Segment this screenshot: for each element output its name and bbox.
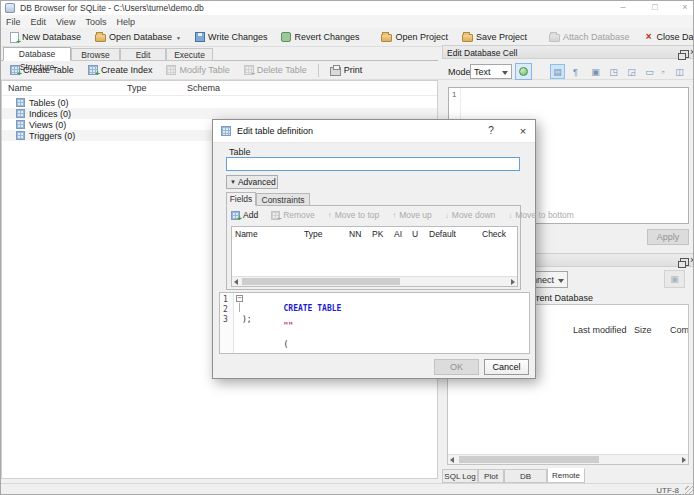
open-project-icon — [381, 34, 392, 42]
table-name-input[interactable] — [226, 157, 520, 171]
paragraph-direction-icon[interactable]: ¶ — [568, 64, 583, 79]
fields-hscrollbar[interactable] — [232, 276, 517, 286]
mode-value: Text — [474, 67, 491, 77]
dialog-icon — [221, 126, 231, 136]
export-text-icon[interactable]: ◲ — [624, 64, 639, 79]
dock-close-icon[interactable]: × — [690, 255, 694, 265]
open-project-button[interactable]: Open Project — [374, 30, 455, 44]
remote-column-size[interactable]: Size — [634, 325, 652, 335]
scroll-right-icon[interactable] — [682, 457, 686, 463]
column-pk[interactable]: PK — [372, 229, 383, 239]
tree-item-label: Tables (0) — [29, 98, 69, 108]
line-number: 2 — [223, 305, 228, 314]
dialog-title-bar[interactable]: Edit table definition ? × — [213, 120, 535, 143]
save-as-icon[interactable]: ▭ — [642, 64, 657, 79]
menu-file[interactable]: File — [1, 17, 26, 27]
advanced-toggle-button[interactable]: ▼ Advanced — [226, 175, 278, 189]
tab-browse-data[interactable]: Browse Data — [71, 48, 120, 61]
close-button[interactable]: × — [672, 1, 694, 14]
open-database-button[interactable]: Open Database ▼ — [88, 30, 188, 44]
tree-item-tables[interactable]: Tables (0) — [2, 97, 437, 108]
import-text-icon[interactable]: ▣ — [588, 64, 603, 79]
chevron-down-icon: ▼ — [230, 179, 236, 185]
db-browser-window: DB Browser for SQLite - C:\Users\turne\d… — [0, 0, 694, 495]
scroll-thumb[interactable] — [459, 456, 599, 463]
auto-apply-button[interactable] — [515, 63, 532, 80]
save-project-button[interactable]: Save Project — [455, 30, 534, 44]
chevron-down-icon[interactable]: ▼ — [176, 35, 181, 41]
column-nn[interactable]: NN — [349, 229, 361, 239]
remote-column-last-modified[interactable]: Last modified — [573, 325, 627, 335]
close-database-button[interactable]: × Close Database — [637, 30, 694, 44]
column-default[interactable]: Default — [429, 229, 456, 239]
scroll-thumb[interactable] — [242, 278, 400, 285]
add-label: Add — [243, 210, 258, 220]
minimize-icon: – — [620, 2, 625, 12]
write-changes-button[interactable]: Write Changes — [188, 30, 274, 44]
scroll-left-icon[interactable] — [450, 457, 454, 463]
cancel-button[interactable]: Cancel — [484, 359, 529, 375]
set-null-icon[interactable]: ▫ — [658, 64, 668, 79]
maximize-button[interactable]: □ — [642, 1, 668, 14]
create-index-button[interactable]: Create Index — [81, 63, 160, 77]
tab-plot[interactable]: Plot — [478, 469, 504, 483]
modify-table-button: Modify Table — [159, 63, 236, 77]
new-database-button[interactable]: New Database — [3, 30, 88, 45]
dialog-title: Edit table definition — [237, 126, 313, 136]
fields-table[interactable]: Name Type NN PK AI U Default Check — [231, 226, 518, 287]
menu-tools[interactable]: Tools — [80, 17, 111, 27]
mode-select[interactable]: Text — [470, 64, 512, 79]
edit-cell-dock-header: Edit Database Cell × — [442, 45, 694, 59]
tab-sql-log[interactable]: SQL Log — [442, 469, 478, 483]
tree-column-type[interactable]: Type — [127, 83, 147, 93]
dialog-close-button[interactable]: × — [513, 124, 533, 139]
dock-float-icon[interactable] — [680, 50, 689, 58]
maximize-icon: □ — [652, 2, 657, 12]
text-block-icon[interactable]: ▤ — [550, 64, 565, 79]
encoding-indicator[interactable]: UTF-8 — [656, 486, 679, 495]
dialog-help-button[interactable]: ? — [481, 124, 501, 139]
column-type[interactable]: Type — [304, 229, 322, 239]
add-icon — [231, 211, 240, 220]
sql-preview-editor[interactable]: 1 2 3 − CREATE TABLE "" ( ); — [219, 292, 530, 354]
scroll-left-icon[interactable] — [234, 279, 238, 285]
remote-list-hscrollbar[interactable] — [448, 454, 688, 465]
trigger-icon — [16, 131, 25, 140]
attach-database-label: Attach Database — [563, 32, 630, 42]
revert-changes-button[interactable]: Revert Changes — [274, 30, 366, 44]
remote-column-commit[interactable]: Commit — [670, 325, 689, 335]
column-u[interactable]: U — [412, 229, 418, 239]
column-ai[interactable]: AI — [394, 229, 402, 239]
print-cell-icon[interactable]: ◫ — [672, 64, 687, 79]
menu-view[interactable]: View — [51, 17, 80, 27]
dock-float-icon[interactable] — [680, 258, 689, 266]
tree-column-name[interactable]: Name — [8, 83, 32, 93]
tree-column-schema[interactable]: Schema — [187, 83, 220, 93]
menu-edit[interactable]: Edit — [26, 17, 52, 27]
menu-help[interactable]: Help — [111, 17, 140, 27]
resize-grip[interactable] — [685, 486, 694, 495]
tab-remote[interactable]: Remote — [547, 468, 585, 483]
column-check[interactable]: Check — [482, 229, 506, 239]
tab-db-schema[interactable]: DB Schema — [504, 469, 547, 483]
tree-header: Name Type Schema — [2, 81, 437, 96]
sql-string: "" — [284, 322, 294, 331]
minimize-button[interactable]: – — [610, 1, 636, 14]
dock-close-icon[interactable]: × — [690, 47, 694, 57]
tab-execute-sql[interactable]: Execute SQL — [166, 48, 213, 61]
code-fold-icon[interactable]: − — [236, 295, 243, 302]
move-top-label: Move to top — [335, 210, 379, 220]
move-to-bottom-button: ↓ Move to bottom — [508, 210, 574, 220]
edit-table-definition-dialog: Edit table definition ? × Table ▼ Advanc… — [212, 119, 536, 379]
tab-database-structure[interactable]: Database Structure — [3, 47, 71, 61]
tree-item-indices[interactable]: Indices (0) — [2, 108, 437, 119]
column-name[interactable]: Name — [235, 229, 258, 239]
print-button[interactable]: Print — [323, 63, 370, 78]
edit-cell-title: Edit Database Cell — [447, 48, 517, 58]
add-field-button[interactable]: Add — [231, 210, 258, 220]
open-external-icon[interactable]: ◳ — [606, 64, 621, 79]
modify-table-label: Modify Table — [179, 65, 229, 75]
scroll-right-icon[interactable] — [511, 279, 515, 285]
tab-fields[interactable]: Fields — [226, 192, 256, 206]
tab-edit-pragmas[interactable]: Edit Pragmas — [120, 48, 166, 61]
